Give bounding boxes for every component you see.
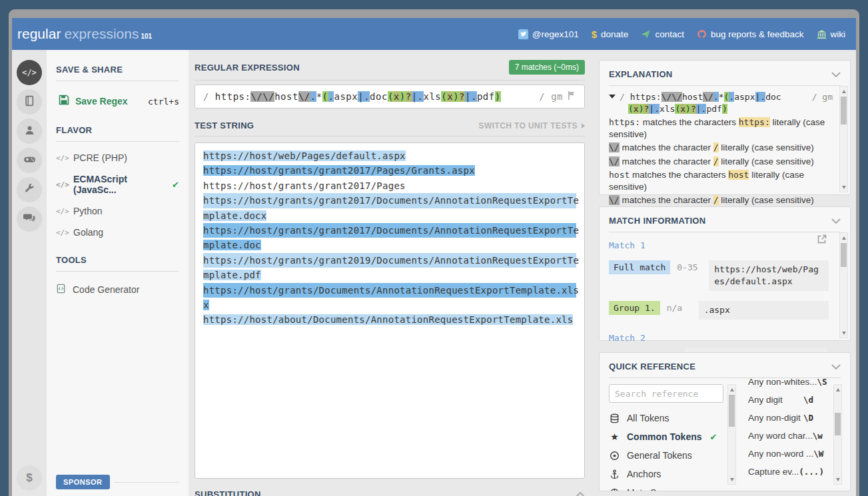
code-tag-icon: </> <box>56 154 73 162</box>
rail-settings-button[interactable] <box>17 177 42 202</box>
scrollbar-thumb[interactable] <box>729 395 735 427</box>
category-common-tokens[interactable]: ★ Common Tokens ✔ <box>609 431 723 442</box>
browser-window: regular expressions 101 @regex101 $ dona… <box>9 9 859 496</box>
app-body: </> $ SAVE & SHARE Save Regex ctrl+s FLA <box>12 50 856 496</box>
flavor-label: Python <box>73 206 103 216</box>
nav-link-wiki[interactable]: wiki <box>817 29 846 39</box>
rail-sponsor-button[interactable]: $ <box>17 465 42 491</box>
scroll-up-arrow[interactable] <box>728 385 735 393</box>
save-share-title: SAVE & SHARE <box>56 65 179 75</box>
test-line: https://host/grants/grant2019/Documents/… <box>203 253 576 268</box>
site-logo[interactable]: regular expressions 101 <box>17 26 152 42</box>
match-1-label: Match 1 <box>609 240 829 250</box>
results-scrollbar[interactable] <box>833 384 842 485</box>
chevron-up-icon <box>576 488 585 496</box>
token-category-list: All Tokens ★ Common Tokens ✔ General Tok… <box>609 413 723 491</box>
rail-feedback-button[interactable] <box>17 206 42 232</box>
logo-part-expressions: expressions <box>64 26 139 42</box>
switch-to-unit-tests-button[interactable]: SWITCH TO UNIT TESTS <box>479 121 585 130</box>
divider <box>195 80 585 81</box>
category-general-tokens[interactable]: General Tokens <box>609 450 723 461</box>
scrollbar-thumb[interactable] <box>835 413 841 435</box>
scroll-down-arrow[interactable] <box>840 183 847 191</box>
reference-result-row[interactable]: Any non-word ... \W <box>748 445 813 463</box>
test-string-input[interactable]: https://host/web/Pages/default.aspx http… <box>195 142 585 479</box>
reference-result-row[interactable]: Any digit \d <box>748 391 813 409</box>
user-icon <box>24 124 35 138</box>
match-count-badge: 7 matches (~0ms) <box>509 60 585 75</box>
rail-regex-editor-button[interactable]: </> <box>17 60 42 85</box>
match-2-label: Match 2 <box>609 333 665 343</box>
match-information-header: MATCH INFORMATION <box>600 207 850 226</box>
scroll-up-arrow[interactable] <box>834 385 841 393</box>
test-line: https://host/grants/grant2017/Documents/… <box>203 193 576 208</box>
full-match-label: Full match <box>609 260 670 274</box>
explanation-entry: host matches the characters host literal… <box>609 169 833 192</box>
regex-flags[interactable]: / gm <box>539 91 563 102</box>
nav-link-bug-reports[interactable]: bug reports & feedback <box>697 29 804 39</box>
category-label: General Tokens <box>627 450 692 461</box>
scrollbar-thumb[interactable] <box>841 243 847 267</box>
category-anchors[interactable]: Anchors <box>609 469 723 479</box>
flag-icon[interactable] <box>568 91 576 103</box>
category-meta-sequences[interactable]: Meta Sequences <box>609 487 723 491</box>
divider <box>114 482 179 483</box>
category-scrollbar[interactable] <box>727 384 736 485</box>
scrollbar-thumb[interactable] <box>841 97 847 124</box>
category-label: Meta Sequences <box>627 487 697 491</box>
save-regex-button[interactable]: Save Regex ctrl+s <box>59 95 179 108</box>
sponsor-badge[interactable]: SPONSOR <box>56 475 110 489</box>
reference-result-row[interactable]: Any non-whites... \S <box>748 373 813 391</box>
match-information-content: Match 1 Full match 0-35 https://host/web… <box>600 232 850 354</box>
match-scrollbar[interactable] <box>839 232 848 338</box>
nav-link-twitter[interactable]: @regex101 <box>518 29 579 39</box>
export-matches-icon[interactable] <box>817 234 827 247</box>
reference-result-row[interactable]: Any word char... \w <box>748 427 813 445</box>
explanation-entry: \/ matches the character / literally (ca… <box>609 194 833 206</box>
chat-icon <box>23 212 35 226</box>
scroll-down-arrow[interactable] <box>834 475 841 483</box>
database-icon <box>609 413 620 423</box>
flavor-item-python[interactable]: </> Python <box>56 206 179 216</box>
scroll-up-arrow[interactable] <box>840 234 847 242</box>
search-reference-input[interactable] <box>609 384 723 403</box>
code-generator-button[interactable]: Code Generator <box>56 284 179 296</box>
group-1-row: Group 1. n/a .aspx <box>609 301 829 320</box>
chevron-down-icon[interactable] <box>831 360 841 372</box>
explanation-scrollbar[interactable] <box>839 86 848 192</box>
flavor-item-pcre[interactable]: </> PCRE (PHP) <box>56 152 179 163</box>
chevron-down-icon[interactable] <box>831 68 841 80</box>
test-line: https://host/web/Pages/default.aspx <box>203 148 576 163</box>
logo-part-101: 101 <box>141 33 152 40</box>
scroll-down-arrow[interactable] <box>840 329 847 337</box>
nav-link-label: donate <box>601 29 628 39</box>
substitution-toggle[interactable]: SUBSTITUTION <box>195 488 585 496</box>
reference-result-row[interactable]: Capture ev... (...) <box>748 463 813 481</box>
reference-result-row[interactable]: Any non-digit \D <box>748 409 813 427</box>
lifering-icon <box>609 488 620 492</box>
scroll-up-arrow[interactable] <box>840 87 847 95</box>
nav-link-label: contact <box>655 29 684 39</box>
flavor-item-golang[interactable]: </> Golang <box>56 227 179 238</box>
nav-link-label: bug reports & feedback <box>711 29 804 39</box>
scroll-down-arrow[interactable] <box>728 475 735 483</box>
flavor-item-ecmascript[interactable]: </> ECMAScript (JavaSc... ✔ <box>56 174 179 195</box>
flavor-section: FLAVOR </> PCRE (PHP) </> ECMAScript (Ja… <box>56 125 179 238</box>
rail-account-button[interactable] <box>17 119 42 144</box>
explanation-entry: https: matches the characters https: lit… <box>609 117 833 140</box>
quick-reference-body: All Tokens ★ Common Tokens ✔ General Tok… <box>600 378 850 485</box>
nav-link-contact[interactable]: contact <box>641 29 684 39</box>
explanation-regex-echo: / https:\/\/host\/.*(.aspx|.doc/ gm (x)?… <box>609 91 833 115</box>
test-string-title: TEST STRING <box>195 121 254 130</box>
paper-plane-icon <box>641 29 651 39</box>
nav-link-donate[interactable]: $ donate <box>592 29 629 40</box>
quick-reference-header: QUICK REFERENCE <box>600 353 850 372</box>
tools-section: TOOLS Code Generator <box>56 255 179 296</box>
category-all-tokens[interactable]: All Tokens <box>609 413 723 423</box>
triangle-down-icon[interactable] <box>609 95 616 99</box>
regex-input[interactable]: / https:\/\/host\/.*(.aspx|.doc(x)?|.xls… <box>195 85 585 109</box>
chevron-down-icon[interactable] <box>831 214 841 226</box>
rail-quiz-button[interactable] <box>17 148 42 173</box>
test-line: https://host/grants/grant2017/Pages/Gran… <box>203 163 576 178</box>
rail-library-button[interactable] <box>17 89 42 115</box>
